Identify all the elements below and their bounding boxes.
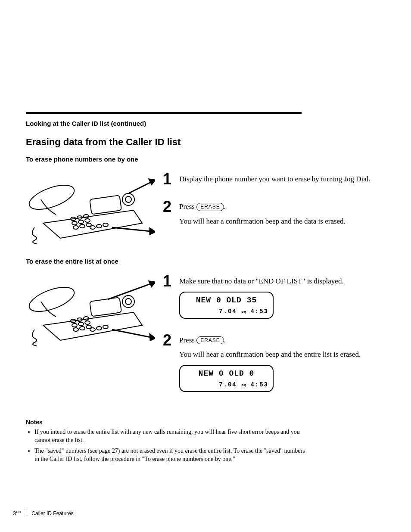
section-2: 1 Make sure that no data or "END OF LIST… — [26, 269, 372, 406]
manual-page: Looking at the Caller ID list (continued… — [0, 0, 411, 532]
lcd-ampm: PM — [241, 311, 246, 315]
erase-button-label: ERASE — [196, 336, 224, 345]
lcd-date: 7.04 — [219, 381, 237, 388]
step-1: 1 Make sure that no data or "END OF LIST… — [163, 274, 372, 320]
lcd-time: 4:53 — [250, 381, 268, 388]
step-result: You will hear a confirmation beep and th… — [179, 349, 361, 360]
svg-point-13 — [90, 226, 95, 229]
step-2: 2 Press ERASE. You will hear a confirmat… — [163, 199, 372, 227]
phone-icon — [26, 167, 155, 249]
period: . — [224, 336, 226, 344]
page-num-suffix: EN — [16, 510, 21, 514]
svg-point-6 — [84, 215, 89, 218]
svg-point-15 — [103, 223, 108, 227]
notes-heading: Notes — [26, 419, 372, 426]
phone-icon — [26, 269, 155, 351]
svg-point-19 — [125, 299, 131, 305]
step-number: 2 — [163, 333, 173, 394]
svg-point-22 — [84, 317, 89, 320]
svg-point-3 — [125, 196, 131, 202]
heading-rule — [26, 112, 302, 114]
lcd-line2: 7.04 PM 4:53 — [184, 381, 268, 389]
step-2: 2 Press ERASE. You will hear a confirmat… — [163, 333, 372, 394]
svg-point-25 — [85, 321, 90, 324]
svg-point-18 — [122, 296, 134, 308]
step-number: 2 — [163, 199, 173, 227]
subsection-title-2: To erase the entire list at once — [26, 258, 372, 265]
svg-point-7 — [72, 221, 77, 225]
list-item: If you intend to erase the entire list w… — [34, 428, 310, 445]
step-result: You will hear a confirmation beep and th… — [179, 216, 346, 227]
notes-list: If you intend to erase the entire list w… — [26, 428, 310, 464]
svg-point-23 — [72, 324, 77, 327]
svg-point-29 — [90, 328, 95, 331]
lcd-line1: NEW 0 OLD 0 — [184, 368, 268, 379]
section-title: Erasing data from the Caller ID list — [26, 137, 372, 148]
subsection-title-1: To erase phone numbers one by one — [26, 156, 372, 163]
svg-point-24 — [78, 322, 84, 326]
lcd-display-after: NEW 0 OLD 0 7.04 PM 4:53 — [179, 365, 274, 392]
section-1: 1 Display the phone number you want to e… — [26, 167, 372, 249]
press-label: Press — [179, 336, 195, 344]
period: . — [224, 202, 226, 211]
lcd-display-before: NEW 0 OLD 35 7.04 PM 4:53 — [179, 292, 274, 319]
svg-point-8 — [78, 220, 84, 224]
step-text: Display the phone number you want to era… — [179, 171, 371, 187]
press-label: Press — [179, 202, 195, 211]
svg-point-27 — [80, 327, 85, 330]
footer-separator — [26, 507, 26, 516]
lcd-line1: NEW 0 OLD 35 — [184, 295, 268, 306]
svg-point-30 — [97, 327, 102, 330]
erase-button-label: ERASE — [196, 203, 224, 211]
list-item: The "saved" numbers (see page 27) are no… — [34, 447, 310, 464]
step-number: 1 — [163, 171, 173, 187]
svg-point-2 — [122, 193, 134, 205]
phone-illustration-2 — [26, 269, 155, 351]
page-number: 3EN — [13, 510, 21, 516]
svg-point-9 — [85, 219, 90, 222]
footer-section-name: Caller ID Features — [31, 510, 73, 516]
svg-point-11 — [80, 224, 85, 228]
svg-point-0 — [26, 180, 77, 215]
breadcrumb: Looking at the Caller ID list (continued… — [26, 120, 372, 127]
svg-rect-1 — [90, 195, 121, 214]
step-1: 1 Display the phone number you want to e… — [163, 171, 372, 187]
svg-point-26 — [73, 328, 78, 331]
step-text: Make sure that no data or "END OF LIST" … — [179, 277, 344, 285]
svg-point-16 — [26, 283, 77, 317]
lcd-time: 4:53 — [250, 308, 268, 315]
page-footer: 3EN Caller ID Features — [13, 507, 74, 516]
lcd-date: 7.04 — [219, 308, 237, 315]
svg-rect-17 — [90, 297, 121, 316]
svg-point-14 — [97, 224, 102, 228]
lcd-line2: 7.04 PM 4:53 — [184, 308, 268, 316]
phone-illustration-1 — [26, 167, 155, 249]
lcd-ampm: PM — [241, 384, 246, 388]
svg-point-10 — [73, 226, 78, 229]
step-number: 1 — [163, 274, 173, 320]
svg-point-31 — [103, 325, 108, 329]
